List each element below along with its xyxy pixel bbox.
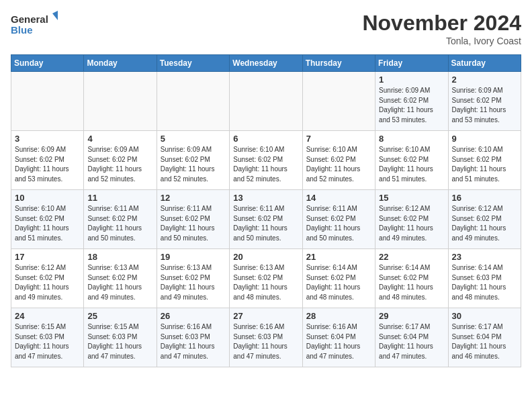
calendar-cell bbox=[302, 72, 375, 131]
day-number: 1 bbox=[379, 75, 444, 85]
logo-icon: General Blue bbox=[11, 11, 58, 40]
day-info: Sunrise: 6:14 AM Sunset: 6:02 PM Dayligh… bbox=[306, 263, 371, 302]
col-header-thursday: Thursday bbox=[302, 55, 375, 72]
calendar-cell: 15Sunrise: 6:12 AM Sunset: 6:02 PM Dayli… bbox=[375, 190, 448, 249]
day-info: Sunrise: 6:15 AM Sunset: 6:03 PM Dayligh… bbox=[87, 322, 152, 361]
calendar-cell: 12Sunrise: 6:11 AM Sunset: 6:02 PM Dayli… bbox=[157, 190, 229, 249]
day-number: 3 bbox=[15, 134, 80, 144]
day-info: Sunrise: 6:09 AM Sunset: 6:02 PM Dayligh… bbox=[452, 86, 517, 125]
day-info: Sunrise: 6:10 AM Sunset: 6:02 PM Dayligh… bbox=[452, 145, 517, 184]
logo: General Blue bbox=[11, 11, 58, 40]
svg-text:General: General bbox=[11, 13, 48, 25]
day-info: Sunrise: 6:16 AM Sunset: 6:04 PM Dayligh… bbox=[306, 322, 371, 361]
day-info: Sunrise: 6:12 AM Sunset: 6:02 PM Dayligh… bbox=[379, 204, 444, 243]
day-info: Sunrise: 6:10 AM Sunset: 6:02 PM Dayligh… bbox=[15, 204, 80, 243]
col-header-wednesday: Wednesday bbox=[230, 55, 302, 72]
week-row-3: 10Sunrise: 6:10 AM Sunset: 6:02 PM Dayli… bbox=[11, 190, 521, 249]
day-number: 27 bbox=[233, 311, 298, 321]
calendar-cell: 4Sunrise: 6:09 AM Sunset: 6:02 PM Daylig… bbox=[84, 131, 157, 190]
title-block: November 2024 Tonla, Ivory Coast bbox=[362, 11, 521, 46]
calendar-cell: 19Sunrise: 6:13 AM Sunset: 6:02 PM Dayli… bbox=[157, 249, 229, 308]
day-info: Sunrise: 6:11 AM Sunset: 6:02 PM Dayligh… bbox=[233, 204, 298, 243]
day-info: Sunrise: 6:11 AM Sunset: 6:02 PM Dayligh… bbox=[161, 204, 226, 243]
day-info: Sunrise: 6:17 AM Sunset: 6:04 PM Dayligh… bbox=[452, 322, 517, 361]
day-number: 13 bbox=[233, 193, 298, 203]
day-number: 14 bbox=[306, 193, 371, 203]
calendar-cell: 30Sunrise: 6:17 AM Sunset: 6:04 PM Dayli… bbox=[448, 308, 521, 367]
day-number: 28 bbox=[306, 311, 371, 321]
day-info: Sunrise: 6:09 AM Sunset: 6:02 PM Dayligh… bbox=[15, 145, 80, 184]
calendar-cell: 20Sunrise: 6:13 AM Sunset: 6:02 PM Dayli… bbox=[230, 249, 302, 308]
day-number: 7 bbox=[306, 134, 371, 144]
calendar-cell bbox=[230, 72, 302, 131]
calendar-cell: 23Sunrise: 6:14 AM Sunset: 6:03 PM Dayli… bbox=[448, 249, 521, 308]
calendar-cell: 13Sunrise: 6:11 AM Sunset: 6:02 PM Dayli… bbox=[230, 190, 302, 249]
calendar-cell: 7Sunrise: 6:10 AM Sunset: 6:02 PM Daylig… bbox=[302, 131, 375, 190]
day-number: 16 bbox=[452, 193, 517, 203]
day-info: Sunrise: 6:10 AM Sunset: 6:02 PM Dayligh… bbox=[306, 145, 371, 184]
day-info: Sunrise: 6:09 AM Sunset: 6:02 PM Dayligh… bbox=[379, 86, 444, 125]
day-headers-row: SundayMondayTuesdayWednesdayThursdayFrid… bbox=[11, 55, 521, 72]
day-number: 21 bbox=[306, 252, 371, 262]
day-number: 25 bbox=[87, 311, 152, 321]
calendar-cell bbox=[84, 72, 157, 131]
calendar-cell: 29Sunrise: 6:17 AM Sunset: 6:04 PM Dayli… bbox=[375, 308, 448, 367]
calendar-cell: 3Sunrise: 6:09 AM Sunset: 6:02 PM Daylig… bbox=[11, 131, 84, 190]
calendar-cell: 26Sunrise: 6:16 AM Sunset: 6:03 PM Dayli… bbox=[157, 308, 229, 367]
day-info: Sunrise: 6:09 AM Sunset: 6:02 PM Dayligh… bbox=[161, 145, 226, 184]
week-row-2: 3Sunrise: 6:09 AM Sunset: 6:02 PM Daylig… bbox=[11, 131, 521, 190]
calendar-cell: 24Sunrise: 6:15 AM Sunset: 6:03 PM Dayli… bbox=[11, 308, 84, 367]
day-number: 26 bbox=[161, 311, 226, 321]
calendar-cell bbox=[157, 72, 229, 131]
calendar-cell: 2Sunrise: 6:09 AM Sunset: 6:02 PM Daylig… bbox=[448, 72, 521, 131]
day-info: Sunrise: 6:17 AM Sunset: 6:04 PM Dayligh… bbox=[379, 322, 444, 361]
svg-marker-2 bbox=[52, 11, 58, 20]
day-number: 22 bbox=[379, 252, 444, 262]
day-number: 24 bbox=[15, 311, 80, 321]
calendar-cell: 22Sunrise: 6:14 AM Sunset: 6:02 PM Dayli… bbox=[375, 249, 448, 308]
calendar-cell: 27Sunrise: 6:16 AM Sunset: 6:03 PM Dayli… bbox=[230, 308, 302, 367]
day-info: Sunrise: 6:13 AM Sunset: 6:02 PM Dayligh… bbox=[233, 263, 298, 302]
calendar-cell: 5Sunrise: 6:09 AM Sunset: 6:02 PM Daylig… bbox=[157, 131, 229, 190]
calendar-cell: 8Sunrise: 6:10 AM Sunset: 6:02 PM Daylig… bbox=[375, 131, 448, 190]
day-info: Sunrise: 6:09 AM Sunset: 6:02 PM Dayligh… bbox=[87, 145, 152, 184]
day-number: 2 bbox=[452, 75, 517, 85]
day-number: 5 bbox=[161, 134, 226, 144]
day-info: Sunrise: 6:13 AM Sunset: 6:02 PM Dayligh… bbox=[161, 263, 226, 302]
day-number: 30 bbox=[452, 311, 517, 321]
col-header-friday: Friday bbox=[375, 55, 448, 72]
month-title: November 2024 bbox=[362, 11, 521, 36]
calendar-cell: 18Sunrise: 6:13 AM Sunset: 6:02 PM Dayli… bbox=[84, 249, 157, 308]
day-info: Sunrise: 6:16 AM Sunset: 6:03 PM Dayligh… bbox=[233, 322, 298, 361]
week-row-4: 17Sunrise: 6:12 AM Sunset: 6:02 PM Dayli… bbox=[11, 249, 521, 308]
day-info: Sunrise: 6:14 AM Sunset: 6:03 PM Dayligh… bbox=[452, 263, 517, 302]
calendar-cell: 14Sunrise: 6:11 AM Sunset: 6:02 PM Dayli… bbox=[302, 190, 375, 249]
col-header-monday: Monday bbox=[84, 55, 157, 72]
col-header-sunday: Sunday bbox=[11, 55, 84, 72]
calendar-cell: 6Sunrise: 6:10 AM Sunset: 6:02 PM Daylig… bbox=[230, 131, 302, 190]
calendar-cell: 9Sunrise: 6:10 AM Sunset: 6:02 PM Daylig… bbox=[448, 131, 521, 190]
day-info: Sunrise: 6:12 AM Sunset: 6:02 PM Dayligh… bbox=[15, 263, 80, 302]
day-info: Sunrise: 6:11 AM Sunset: 6:02 PM Dayligh… bbox=[87, 204, 152, 243]
svg-text:Blue: Blue bbox=[11, 24, 33, 36]
day-number: 18 bbox=[87, 252, 152, 262]
day-number: 23 bbox=[452, 252, 517, 262]
day-number: 12 bbox=[161, 193, 226, 203]
day-info: Sunrise: 6:15 AM Sunset: 6:03 PM Dayligh… bbox=[15, 322, 80, 361]
calendar-cell: 28Sunrise: 6:16 AM Sunset: 6:04 PM Dayli… bbox=[302, 308, 375, 367]
day-number: 19 bbox=[161, 252, 226, 262]
calendar-cell: 21Sunrise: 6:14 AM Sunset: 6:02 PM Dayli… bbox=[302, 249, 375, 308]
day-number: 10 bbox=[15, 193, 80, 203]
calendar-cell: 17Sunrise: 6:12 AM Sunset: 6:02 PM Dayli… bbox=[11, 249, 84, 308]
calendar-cell bbox=[11, 72, 84, 131]
day-info: Sunrise: 6:16 AM Sunset: 6:03 PM Dayligh… bbox=[161, 322, 226, 361]
day-number: 8 bbox=[379, 134, 444, 144]
day-info: Sunrise: 6:13 AM Sunset: 6:02 PM Dayligh… bbox=[87, 263, 152, 302]
calendar-table: SundayMondayTuesdayWednesdayThursdayFrid… bbox=[11, 54, 521, 367]
col-header-tuesday: Tuesday bbox=[157, 55, 229, 72]
day-number: 15 bbox=[379, 193, 444, 203]
week-row-1: 1Sunrise: 6:09 AM Sunset: 6:02 PM Daylig… bbox=[11, 72, 521, 131]
day-number: 20 bbox=[233, 252, 298, 262]
day-info: Sunrise: 6:10 AM Sunset: 6:02 PM Dayligh… bbox=[379, 145, 444, 184]
location-subtitle: Tonla, Ivory Coast bbox=[362, 36, 521, 46]
